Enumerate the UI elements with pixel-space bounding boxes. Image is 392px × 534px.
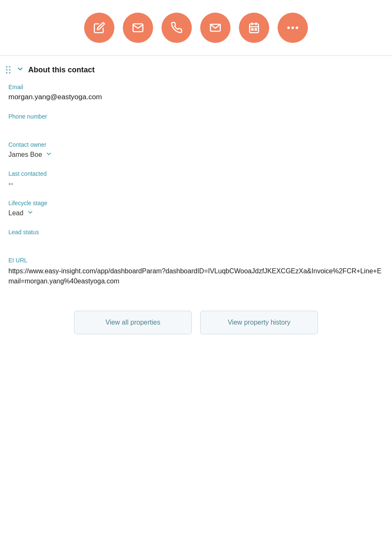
- edit-button[interactable]: [84, 13, 114, 43]
- lead-status-field-group: Lead status: [8, 229, 384, 245]
- view-all-properties-button[interactable]: View all properties: [74, 311, 192, 334]
- lifecycle-stage-label: Lifecycle stage: [8, 200, 384, 206]
- lifecycle-stage-value: Lead: [8, 209, 24, 217]
- phone-field-group: Phone number: [8, 113, 384, 130]
- lifecycle-stage-chevron-icon: [27, 209, 34, 217]
- chevron-down-icon: [16, 65, 24, 75]
- lead-status-label: Lead status: [8, 229, 384, 235]
- svg-point-8: [291, 26, 294, 29]
- more-button[interactable]: [278, 13, 308, 43]
- contact-owner-chevron-icon: [45, 151, 52, 159]
- last-contacted-label: Last contacted: [8, 170, 384, 177]
- calendar-button[interactable]: [239, 13, 269, 43]
- ei-url-label: EI URL: [8, 257, 384, 264]
- svg-rect-6: [255, 29, 257, 30]
- footer-buttons: View all properties View property histor…: [0, 298, 392, 347]
- svg-rect-1: [250, 24, 259, 33]
- contact-owner-field-group: Contact owner James Boe: [8, 141, 384, 159]
- contact-owner-dropdown[interactable]: James Boe: [8, 151, 384, 159]
- svg-point-9: [296, 26, 298, 29]
- contact-owner-label: Contact owner: [8, 141, 384, 148]
- ei-url-field-group: EI URL https://www.easy-insight.com/app/…: [8, 257, 384, 286]
- phone-button[interactable]: [162, 13, 192, 43]
- phone-label: Phone number: [8, 113, 384, 120]
- svg-point-7: [287, 26, 290, 29]
- chat-button[interactable]: [200, 13, 230, 43]
- phone-value[interactable]: [8, 122, 384, 130]
- lead-status-value[interactable]: [8, 238, 384, 245]
- drag-handle: [4, 64, 12, 75]
- email-button[interactable]: [123, 13, 153, 43]
- about-contact-section-header[interactable]: About this contact: [0, 56, 392, 79]
- email-label: Email: [8, 84, 384, 90]
- contact-owner-value: James Boe: [8, 151, 42, 159]
- lifecycle-stage-dropdown[interactable]: Lead: [8, 209, 384, 217]
- ei-url-value[interactable]: https://www.easy-insight.com/app/dashboa…: [8, 266, 384, 286]
- svg-rect-5: [252, 29, 253, 30]
- last-contacted-field-group: Last contacted --: [8, 170, 384, 188]
- section-title: About this contact: [28, 66, 95, 74]
- email-field-group: Email morgan.yang@eastyoga.com: [8, 84, 384, 101]
- lifecycle-stage-field-group: Lifecycle stage Lead: [8, 200, 384, 217]
- view-property-history-button[interactable]: View property history: [200, 311, 318, 334]
- email-value[interactable]: morgan.yang@eastyoga.com: [8, 93, 384, 101]
- contact-info-panel: Email morgan.yang@eastyoga.com Phone num…: [0, 79, 392, 286]
- action-bar: [0, 0, 392, 56]
- last-contacted-value: --: [8, 180, 384, 188]
